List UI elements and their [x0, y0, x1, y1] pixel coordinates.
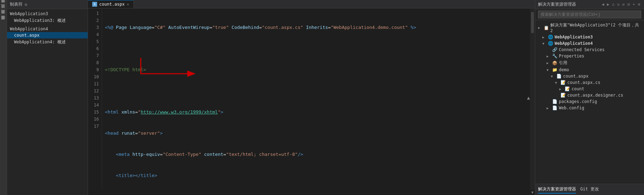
tree-item-count-aspx[interactable]: count.aspx [7, 32, 88, 38]
line-num-15: 15 [88, 109, 99, 116]
solution-search-input[interactable] [538, 11, 641, 18]
rt-label: Connected Services [559, 47, 605, 52]
gear-icon[interactable]: ⚙ [25, 2, 27, 7]
solution-file-icon: 📋 [544, 25, 549, 30]
rt-label: WebApplication3 [555, 35, 593, 39]
count-aspx-cs-icon: 📝 [561, 80, 566, 85]
rt-item-properties[interactable]: ▶ 🔧 Properties [535, 53, 644, 59]
expand-icon: ▼ [551, 74, 555, 78]
code-line-3: <!DOCTYPE html> [105, 66, 527, 73]
expand-icon [555, 93, 559, 97]
tree-item-webapp4-overview[interactable]: WebApplication4: 概述 [7, 38, 88, 46]
far-left-tab-3[interactable]: 对象浏览器 [0, 14, 7, 20]
toolbar-refresh-icon[interactable]: ↻ [616, 1, 621, 7]
rt-item-references[interactable]: ▶ 📦 引用 [535, 59, 644, 67]
line-numbers: 1 2 3 4 5 6 7 8 9 10 11 12 13 14 15 16 1… [88, 8, 102, 190]
expand-icon [547, 48, 551, 52]
webapp4-icon: 🌐 [548, 41, 553, 46]
rt-label: Properties [559, 54, 584, 59]
tree-item-webapp3[interactable]: WebApplication3 [7, 11, 88, 17]
rt-item-count-aspx[interactable]: ▼ 📄 count.aspx [535, 73, 644, 79]
line-num-14: 14 [88, 102, 99, 109]
code-line-2 [105, 45, 527, 52]
toolbar-sync-icon[interactable]: ⇄ [621, 1, 626, 7]
editor-bottom-scroll: ▼ [88, 190, 535, 195]
editor-content: 1 2 3 4 5 6 7 8 9 10 11 12 13 14 15 16 1… [88, 8, 535, 190]
rt-item-count-designer[interactable]: 📝 count.aspx.designer.cs [535, 92, 644, 98]
line-num-12: 12 [88, 87, 99, 95]
tab-close-icon[interactable]: ✕ [127, 2, 129, 7]
line-num-2: 2 [88, 17, 99, 24]
connected-services-icon: 🔗 [552, 47, 557, 52]
rt-item-webapp4[interactable]: ▼ 🌐 WebApplication4 [535, 40, 644, 47]
line-num-9: 9 [88, 66, 99, 73]
right-panel-header: 解决方案资源管理器 ◀ ▶ ⌂ ↻ ⇄ ⊟ + ⚙ [535, 0, 644, 9]
line-num-3: 3 [88, 24, 99, 31]
rt-item-count[interactable]: ▶ 📝 count [535, 86, 644, 92]
tree-label: count.aspx [14, 33, 39, 38]
toolbar-back-icon[interactable]: ◀ [601, 1, 605, 7]
rt-item-packages-config[interactable]: 📄 packages.config [535, 98, 644, 105]
left-panel-header: 制表符 ⚙ [7, 0, 88, 9]
rt-label: WebApplication4 [555, 41, 593, 46]
expand-icon: ▼ [542, 42, 547, 45]
tab-file-icon: A [92, 2, 97, 7]
far-left-tabs: 团队资源管理器 类视图 对象浏览器 服务器资源管理器 [0, 0, 7, 195]
toolbar-settings-icon[interactable]: ⚙ [637, 1, 641, 7]
right-solution-explorer: 解决方案资源管理器 ◀ ▶ ⌂ ↻ ⇄ ⊟ + ⚙ ▶ 📋 解决方案"WebAp… [535, 0, 644, 195]
toolbar-new-icon[interactable]: + [632, 1, 636, 7]
line-num-10: 10 [88, 73, 99, 80]
expand-icon: ▶ [547, 54, 551, 58]
count-icon: 📝 [565, 86, 570, 91]
scroll-thumb[interactable] [531, 12, 534, 33]
editor-tab-count-aspx[interactable]: A count.aspx ✕ [88, 0, 134, 8]
editor-scrollbar[interactable] [530, 8, 535, 190]
tab-label: count.aspx [99, 2, 125, 7]
demo-folder-icon: 📁 [552, 67, 557, 72]
rt-item-demo-folder[interactable]: ▼ 📁 demo [535, 67, 644, 73]
rt-item-solution[interactable]: ▶ 📋 解决方案"WebApplication3"(2 个项目，共 2 [535, 22, 644, 34]
expand-icon: ▶ [547, 106, 551, 110]
far-left-tab-2[interactable]: 类视图 [0, 8, 7, 14]
far-left-tab-1[interactable]: 团队资源管理器 [0, 3, 7, 8]
toolbar-collapse-icon[interactable]: ⊟ [626, 1, 631, 7]
line-num-7: 7 [88, 52, 99, 59]
code-line-8: <title></title> [105, 172, 527, 179]
toolbar-forward-icon[interactable]: ▶ [606, 1, 611, 7]
tree-item-webapp4[interactable]: WebApplication4 [7, 26, 88, 32]
rt-label: count.aspx.cs [567, 80, 600, 85]
right-solution-tree: ▶ 📋 解决方案"WebApplication3"(2 个项目，共 2 ▶ 🌐 … [535, 20, 644, 184]
rt-label: Web.config [559, 105, 584, 110]
footer-tab-git-changes[interactable]: Git 更改 [580, 185, 599, 194]
right-panel-footer: 解决方案资源管理器 Git 更改 [535, 184, 644, 195]
expand-icon: ▶ [538, 26, 542, 30]
rt-item-webapp3[interactable]: ▶ 🌐 WebApplication3 [535, 34, 644, 40]
webapp3-icon: 🌐 [548, 35, 553, 39]
footer-tab-solution-explorer[interactable]: 解决方案资源管理器 [538, 185, 576, 194]
code-editor[interactable]: <%@ Page Language="C#" AutoEventWireup="… [102, 8, 530, 190]
toolbar-home-icon[interactable]: ⌂ [611, 1, 615, 7]
rt-label: count.aspx.designer.cs [567, 93, 623, 98]
editor-tab-bar: A count.aspx ✕ ▲ [88, 0, 535, 8]
rt-item-connected-services[interactable]: 🔗 Connected Services [535, 47, 644, 53]
tree-label: WebApplication4: 概述 [14, 39, 66, 45]
expand-icon [547, 100, 551, 104]
far-left-tab-4[interactable]: 服务器资源管理器 [0, 20, 7, 25]
code-line-6: <head runat="server"> [105, 130, 527, 137]
expand-icon: ▼ [547, 68, 551, 72]
left-solution-tree: WebApplication3 WebApplication3: 概述 WebA… [7, 9, 88, 195]
left-solution-panel: 制表符 ⚙ WebApplication3 WebApplication3: 概… [7, 0, 88, 195]
expand-icon: ▼ [555, 81, 559, 85]
line-num-5: 5 [88, 38, 99, 45]
rt-label: demo [559, 67, 569, 72]
line-num-13: 13 [88, 95, 99, 102]
tree-item-webapp3-overview[interactable]: WebApplication3: 概述 [7, 17, 88, 24]
count-aspx-icon: 📄 [556, 74, 562, 79]
rt-item-web-config[interactable]: ▶ 📄 Web.config [535, 105, 644, 111]
tree-label: WebApplication4 [10, 26, 48, 31]
expand-icon: ▶ [547, 61, 551, 65]
code-line-1: <%@ Page Language="C#" AutoEventWireup="… [105, 24, 527, 31]
rt-item-count-aspx-cs[interactable]: ▼ 📝 count.aspx.cs [535, 79, 644, 86]
references-icon: 📦 [552, 61, 557, 66]
scroll-down-icon[interactable]: ▼ [531, 190, 533, 194]
